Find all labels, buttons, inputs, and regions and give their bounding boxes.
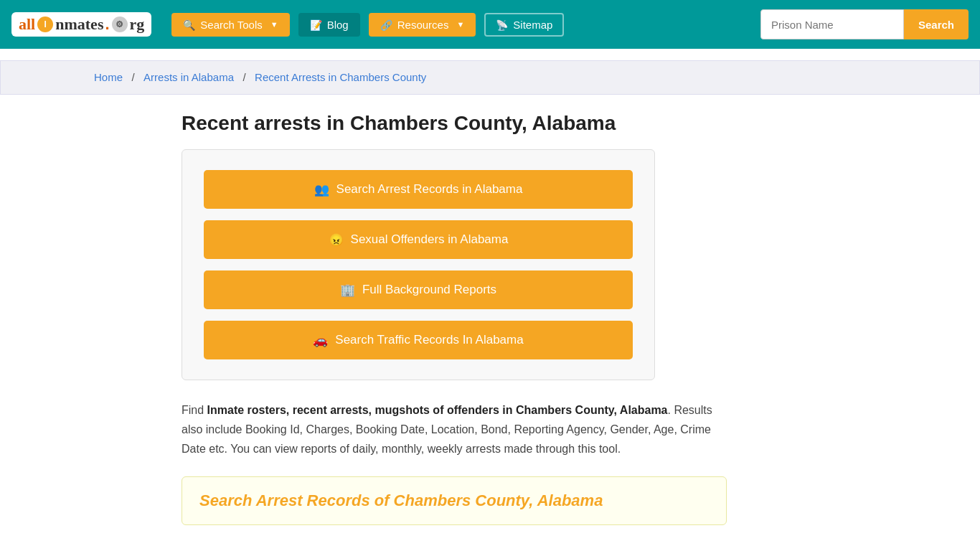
- blog-label: Blog: [327, 19, 349, 31]
- description-text: Find Inmate rosters, recent arrests, mug…: [182, 400, 727, 459]
- logo-i-icon: I: [37, 17, 53, 32]
- background-reports-label: Full Background Reports: [362, 283, 496, 297]
- action-box: Search Arrest Records in Alabama Sexual …: [182, 149, 655, 380]
- offender-icon: [329, 232, 344, 248]
- breadcrumb-sep-2: /: [242, 71, 245, 83]
- navbar: allInmates.⚙rg Search Tools ▼ Blog Resou…: [0, 0, 980, 49]
- building-icon: [340, 282, 355, 298]
- resources-icon: [380, 19, 392, 31]
- traffic-records-button[interactable]: Search Traffic Records In Alabama: [204, 321, 633, 359]
- resources-label: Resources: [397, 19, 449, 31]
- car-icon: [313, 332, 328, 348]
- prison-search-button[interactable]: Search: [904, 9, 969, 39]
- logo-text-all: all: [19, 15, 35, 34]
- logo-gear-icon: ⚙: [112, 17, 128, 32]
- prison-search-input[interactable]: [760, 9, 904, 39]
- resources-button[interactable]: Resources ▼: [369, 13, 476, 37]
- dropdown-caret: ▼: [270, 20, 278, 29]
- page-title: Recent arrests in Chambers County, Alaba…: [182, 112, 798, 135]
- logo-dot: .: [105, 15, 109, 34]
- breadcrumb: Home / Arrests in Alabama / Recent Arres…: [0, 60, 980, 95]
- search-go-label: Search: [918, 19, 954, 31]
- sitemap-icon: [496, 19, 508, 31]
- search-arrest-button[interactable]: Search Arrest Records in Alabama: [204, 170, 633, 209]
- search-icon: [183, 19, 195, 31]
- breadcrumb-sep-1: /: [131, 71, 134, 83]
- background-reports-button[interactable]: Full Background Reports: [204, 270, 633, 309]
- people-icon: [314, 182, 329, 197]
- sexual-offenders-button[interactable]: Sexual Offenders in Alabama: [204, 220, 633, 259]
- blog-icon: [310, 19, 322, 31]
- yellow-section: Search Arrest Records of Chambers County…: [182, 476, 727, 525]
- yellow-section-title: Search Arrest Records of Chambers County…: [199, 491, 709, 510]
- sexual-offenders-label: Sexual Offenders in Alabama: [351, 232, 509, 247]
- main-content: Recent arrests in Chambers County, Alaba…: [167, 95, 813, 542]
- breadcrumb-home[interactable]: Home: [94, 71, 123, 83]
- breadcrumb-current[interactable]: Recent Arrests in Chambers County: [255, 71, 426, 83]
- logo-text-nmates: nmates: [55, 15, 103, 34]
- description-part1: Find: [182, 404, 207, 416]
- prison-search-wrap: Search: [760, 9, 969, 39]
- description-bold: Inmate rosters, recent arrests, mugshots…: [207, 404, 668, 416]
- search-tools-label: Search Tools: [200, 19, 262, 31]
- breadcrumb-arrests-alabama[interactable]: Arrests in Alabama: [143, 71, 234, 83]
- dropdown-caret-2: ▼: [456, 20, 464, 29]
- sitemap-button[interactable]: Sitemap: [484, 13, 564, 37]
- logo-org: rg: [130, 15, 145, 34]
- logo[interactable]: allInmates.⚙rg: [11, 12, 151, 37]
- search-tools-button[interactable]: Search Tools ▼: [171, 13, 289, 37]
- search-arrest-label: Search Arrest Records in Alabama: [336, 182, 523, 197]
- sitemap-label: Sitemap: [513, 19, 552, 31]
- traffic-records-label: Search Traffic Records In Alabama: [335, 333, 523, 347]
- blog-button[interactable]: Blog: [298, 13, 360, 37]
